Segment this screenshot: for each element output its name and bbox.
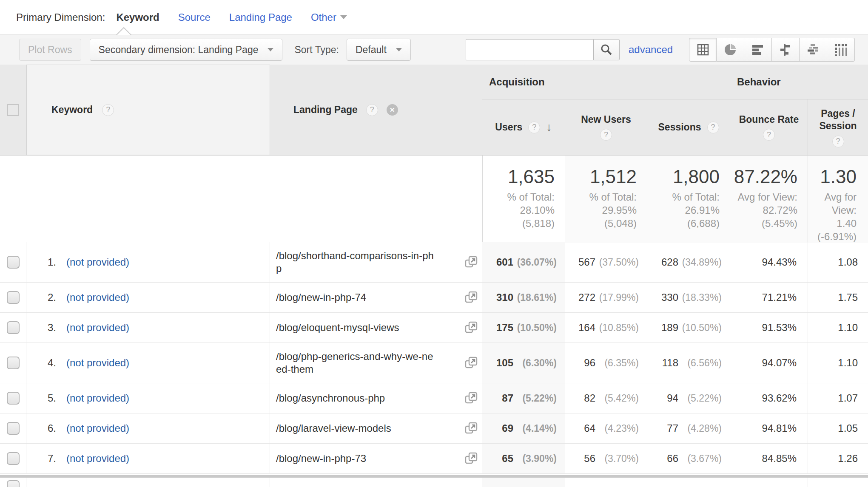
row-checkbox[interactable] (7, 291, 20, 304)
row-checkbox-cell (0, 313, 26, 343)
sessions-percent: (10.50%) (678, 322, 722, 334)
pages-session-value: 1.75 (838, 292, 858, 303)
help-icon[interactable]: ? (366, 104, 378, 116)
select-all-checkbox[interactable] (7, 104, 19, 116)
primary-dimension-bar: Primary Dimension: Keyword Source Landin… (0, 0, 868, 34)
open-page-icon[interactable] (465, 392, 478, 405)
percentage-view-button[interactable] (717, 38, 744, 62)
new-users-value: 567 (578, 256, 595, 268)
bounce-rate-column-header[interactable]: Bounce Rate ? (730, 99, 808, 155)
keyword-link[interactable]: (not provided) (66, 392, 129, 404)
pages-session-cell: 1.07 (808, 383, 868, 413)
help-icon[interactable]: ? (763, 129, 775, 141)
keyword-column-header[interactable]: Keyword ? (26, 65, 270, 155)
row-checkbox[interactable] (7, 422, 20, 435)
row-checkbox-cell (0, 444, 26, 473)
help-icon[interactable]: ? (102, 104, 114, 116)
row-checkbox[interactable] (7, 357, 20, 369)
search-button[interactable] (593, 39, 620, 60)
open-page-icon[interactable] (465, 452, 478, 465)
sort-type-dropdown[interactable]: Default (347, 39, 411, 61)
pivot-view-button[interactable] (827, 38, 855, 62)
bounce-rate-cell: 91.53% (730, 313, 808, 343)
primary-dimension-selected-keyword[interactable]: Keyword (116, 11, 159, 23)
search-icon (600, 43, 613, 56)
pages-session-cell (808, 478, 868, 487)
row-checkbox[interactable] (7, 256, 20, 269)
landing-page-column-header[interactable]: Landing Page ? ✕ (270, 65, 482, 155)
open-page-icon[interactable] (465, 291, 478, 304)
table-view-button[interactable] (689, 38, 717, 62)
new-users-value: 56 (584, 453, 595, 464)
bounce-rate-value: 93.62% (762, 392, 797, 404)
new-users-value: 64 (584, 422, 595, 434)
pages-session-value: 1.05 (838, 422, 858, 434)
users-percent: (5.22%) (513, 393, 557, 404)
keyword-link[interactable]: (not provided) (66, 322, 129, 334)
landing-page-path: /blog/laravel-view-models (276, 422, 437, 435)
row-checkbox[interactable] (7, 480, 20, 487)
sessions-value: 330 (661, 292, 678, 303)
pages-session-cell: 1.08 (808, 242, 868, 282)
new-users-cell: 567 (37.50%) (565, 242, 647, 282)
summary-users: 1,635 % of Total: 28.10% (5,818) (482, 156, 565, 243)
primary-dimension-link-landing-page[interactable]: Landing Page (229, 11, 292, 23)
open-page-icon[interactable] (465, 422, 478, 435)
sort-type-label: Sort Type: (294, 44, 339, 56)
landing-page-path: /blog/eloquent-mysql-views (276, 321, 437, 334)
users-cell: 601 (36.07%) (482, 242, 565, 282)
keyword-link[interactable]: (not provided) (66, 256, 129, 268)
pages-session-cell: 1.10 (808, 313, 868, 343)
pages-session-cell: 1.26 (808, 444, 868, 473)
help-icon[interactable]: ? (707, 122, 719, 133)
pages-session-value: 1.10 (838, 357, 858, 369)
performance-view-button[interactable] (744, 38, 772, 62)
plot-rows-button[interactable]: Plot Rows (19, 39, 81, 61)
row-checkbox[interactable] (7, 452, 20, 465)
keyword-link[interactable]: (not provided) (66, 357, 129, 369)
partial-next-row (0, 478, 868, 487)
users-cell: 310 (18.61%) (482, 283, 565, 312)
keyword-link[interactable]: (not provided) (66, 422, 129, 434)
row-checkbox[interactable] (7, 321, 20, 334)
help-icon[interactable]: ? (600, 129, 612, 141)
users-value: 65 (502, 453, 513, 464)
help-icon[interactable]: ? (832, 136, 844, 147)
keyword-link[interactable]: (not provided) (66, 292, 129, 303)
sessions-value: 628 (661, 256, 678, 268)
new-users-value: 96 (584, 357, 595, 369)
advanced-search-link[interactable]: advanced (629, 44, 673, 56)
primary-dimension-link-source[interactable]: Source (178, 11, 211, 23)
open-page-icon[interactable] (465, 256, 478, 269)
sessions-column-header[interactable]: Sessions ? (647, 99, 730, 155)
new-users-percent: (37.50%) (595, 257, 639, 268)
users-cell (482, 478, 565, 487)
landing-page-cell: /blog/eloquent-mysql-views (270, 313, 482, 343)
new-users-cell (565, 478, 647, 487)
help-icon[interactable]: ? (528, 122, 540, 133)
row-checkbox[interactable] (7, 392, 20, 405)
pages-session-column-header[interactable]: Pages / Session ? (808, 99, 868, 155)
new-users-column-header[interactable]: New Users ? (565, 99, 647, 155)
search-input[interactable] (466, 39, 593, 60)
row-number: 7. (43, 453, 56, 464)
secondary-dimension-dropdown[interactable]: Secondary dimension: Landing Page (90, 39, 283, 61)
open-page-icon[interactable] (465, 321, 478, 334)
users-cell: 69 (4.14%) (482, 413, 565, 443)
bounce-rate-cell: 94.43% (730, 242, 808, 282)
new-users-value: 164 (578, 322, 595, 334)
term-cloud-view-button[interactable] (800, 38, 827, 62)
comparison-view-button[interactable] (772, 38, 800, 62)
sessions-value: 189 (661, 322, 678, 334)
users-column-header[interactable]: Users ? ↓ (482, 99, 565, 155)
keyword-cell: 6. (not provided) (26, 413, 270, 443)
new-users-cell: 82 (5.42%) (565, 383, 647, 413)
users-value: 87 (502, 392, 513, 404)
open-page-icon[interactable] (465, 357, 478, 369)
primary-dimension-label: Primary Dimension: (16, 11, 105, 23)
primary-dimension-other-menu[interactable]: Other (311, 11, 347, 23)
row-number: 3. (43, 322, 56, 334)
sort-descending-icon: ↓ (546, 122, 552, 133)
remove-secondary-dimension-icon[interactable]: ✕ (387, 104, 398, 116)
keyword-link[interactable]: (not provided) (66, 453, 129, 464)
